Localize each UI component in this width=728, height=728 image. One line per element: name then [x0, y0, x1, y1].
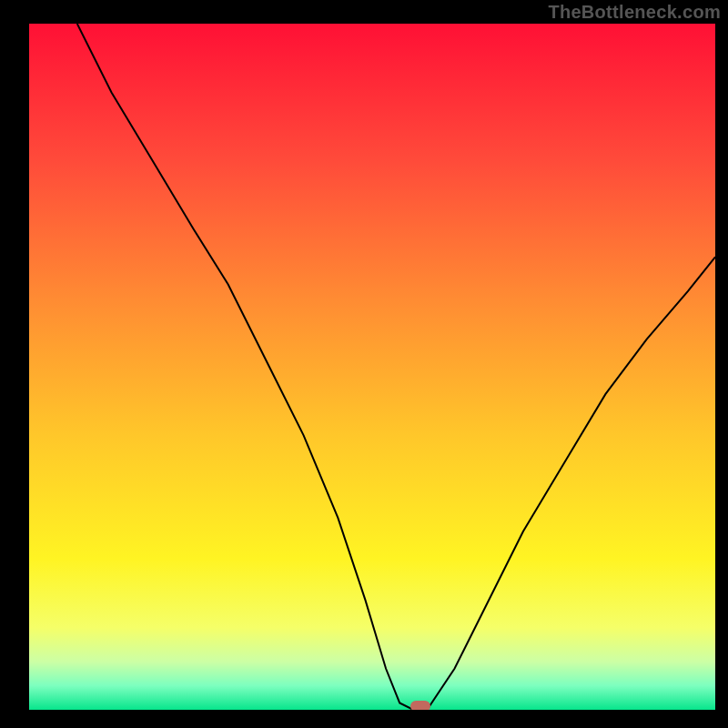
- watermark-text: TheBottleneck.com: [548, 2, 721, 23]
- plot-area: [29, 24, 715, 710]
- bottleneck-curve: [29, 24, 715, 710]
- chart-frame: TheBottleneck.com: [0, 0, 728, 728]
- optimum-marker: [410, 701, 430, 710]
